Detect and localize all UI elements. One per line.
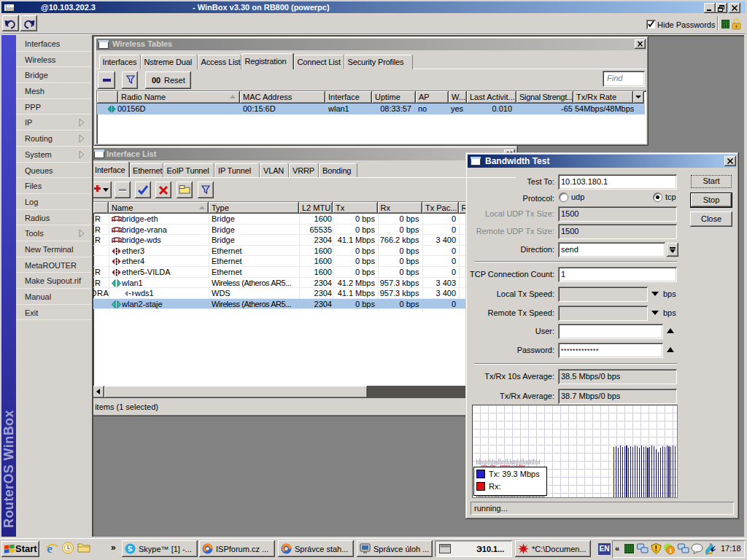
svg-text:1: 1 (669, 548, 673, 554)
svg-text:!: ! (655, 545, 657, 553)
svg-text:e: e (47, 542, 53, 556)
